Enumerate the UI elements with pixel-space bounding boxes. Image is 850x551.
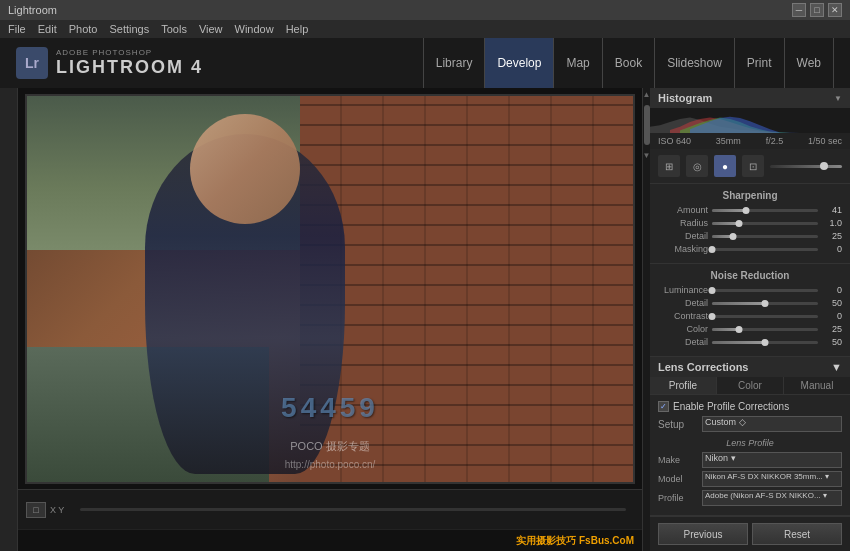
sharpening-section: Sharpening Amount 41 Radius — [650, 184, 850, 264]
previous-button[interactable]: Previous — [658, 523, 748, 545]
minimize-button[interactable]: ─ — [792, 3, 806, 17]
tab-slideshow[interactable]: Slideshow — [655, 38, 735, 88]
tab-book[interactable]: Book — [603, 38, 655, 88]
profile-select[interactable]: Adobe (Nikon AF-S DX NIKKO... ▾ — [702, 490, 842, 506]
title-bar: Lightroom ─ □ ✕ — [0, 0, 850, 20]
noise-section: Noise Reduction Luminance 0 Detail — [650, 264, 850, 357]
amount-value: 41 — [822, 205, 842, 215]
color-detail-thumb — [762, 339, 769, 346]
lens-tab-color[interactable]: Color — [717, 377, 784, 394]
enable-corrections-checkbox[interactable]: ✓ — [658, 401, 669, 412]
histogram-info: ISO 640 35mm f/2.5 1/50 sec — [650, 133, 850, 149]
profile-label: Profile — [658, 493, 698, 503]
amount-track[interactable] — [712, 209, 818, 212]
luminance-track[interactable] — [712, 289, 818, 292]
radius-row: Radius 1.0 — [658, 218, 842, 228]
reset-button[interactable]: Reset — [752, 523, 842, 545]
app-logo: Lr — [16, 47, 48, 79]
tool-row: ⊞ ◎ ● ⊡ — [650, 149, 850, 184]
filmstrip-scroll[interactable] — [80, 508, 626, 511]
footer-brand: 实用摄影技巧 FsBus.CoM — [516, 534, 634, 548]
view-icon[interactable]: □ — [26, 502, 46, 518]
histogram-area — [650, 108, 850, 133]
shutter-value: 1/50 sec — [808, 136, 842, 146]
tab-map[interactable]: Map — [554, 38, 602, 88]
bottom-toolbar: □ X Y — [18, 489, 642, 529]
model-select[interactable]: Nikon AF-S DX NIKKOR 35mm... ▾ — [702, 471, 842, 487]
noise-title: Noise Reduction — [658, 270, 842, 281]
contrast-row: Contrast 0 — [658, 311, 842, 321]
photo-image: 54459 POCO 摄影专题 http://photo.poco.cn/ — [25, 94, 635, 484]
amount-label: Amount — [658, 205, 708, 215]
enable-corrections-label: Enable Profile Corrections — [673, 401, 789, 412]
close-button[interactable]: ✕ — [828, 3, 842, 17]
adobe-label: ADOBE PHOTOSHOP — [56, 48, 203, 57]
menu-photo[interactable]: Photo — [69, 23, 98, 35]
lens-title: Lens Corrections — [658, 361, 748, 373]
maximize-button[interactable]: □ — [810, 3, 824, 17]
amount-row: Amount 41 — [658, 205, 842, 215]
tool-grid[interactable]: ⊞ — [658, 155, 680, 177]
menu-bar: File Edit Photo Settings Tools View Wind… — [0, 20, 850, 38]
model-row: Model Nikon AF-S DX NIKKOR 35mm... ▾ — [658, 471, 842, 487]
scroll-thumb[interactable] — [644, 105, 650, 145]
focal-value: 35mm — [716, 136, 741, 146]
menu-file[interactable]: File — [8, 23, 26, 35]
color-detail-track[interactable] — [712, 341, 818, 344]
setup-select[interactable]: Custom ◇ — [702, 416, 842, 432]
setup-label: Setup — [658, 419, 698, 430]
menu-window[interactable]: Window — [235, 23, 274, 35]
lens-tabs: Profile Color Manual — [650, 377, 850, 395]
iso-value: ISO 640 — [658, 136, 691, 146]
photo-view[interactable]: 54459 POCO 摄影专题 http://photo.poco.cn/ — [18, 88, 642, 489]
module-nav: Library Develop Map Book Slideshow Print… — [423, 38, 834, 88]
color-label: Color — [658, 324, 708, 334]
detail-sharp-track[interactable] — [712, 235, 818, 238]
tool-square[interactable]: ⊡ — [742, 155, 764, 177]
tab-develop[interactable]: Develop — [485, 38, 554, 88]
tab-web[interactable]: Web — [785, 38, 834, 88]
contrast-track[interactable] — [712, 315, 818, 318]
tool-circle[interactable]: ◎ — [686, 155, 708, 177]
color-thumb — [735, 326, 742, 333]
app-title: Lightroom — [8, 4, 57, 16]
photo-container: 54459 POCO 摄影专题 http://photo.poco.cn/ — [25, 94, 635, 484]
histogram-header[interactable]: Histogram ▼ — [650, 88, 850, 108]
menu-tools[interactable]: Tools — [161, 23, 187, 35]
tool-slider[interactable] — [770, 165, 842, 168]
detail-noise-track[interactable] — [712, 302, 818, 305]
contrast-label: Contrast — [658, 311, 708, 321]
photo-area: 54459 POCO 摄影专题 http://photo.poco.cn/ □ … — [18, 88, 642, 551]
sharpening-sliders: Sharpening Amount 41 Radius — [650, 184, 850, 263]
app-header: Lr ADOBE PHOTOSHOP LIGHTROOM 4 Library D… — [0, 38, 850, 88]
histogram-title: Histogram — [658, 92, 712, 104]
tab-library[interactable]: Library — [423, 38, 486, 88]
amount-thumb — [742, 207, 749, 214]
radius-track[interactable] — [712, 222, 818, 225]
masking-row: Masking 0 — [658, 244, 842, 254]
detail-noise-value: 50 — [822, 298, 842, 308]
radius-value: 1.0 — [822, 218, 842, 228]
window-controls: ─ □ ✕ — [792, 3, 842, 17]
menu-edit[interactable]: Edit — [38, 23, 57, 35]
color-detail-value: 50 — [822, 337, 842, 347]
color-row: Color 25 — [658, 324, 842, 334]
menu-view[interactable]: View — [199, 23, 223, 35]
detail-sharp-thumb — [730, 233, 737, 240]
tab-print[interactable]: Print — [735, 38, 785, 88]
color-track[interactable] — [712, 328, 818, 331]
masking-track[interactable] — [712, 248, 818, 251]
lens-header[interactable]: Lens Corrections ▼ — [650, 357, 850, 377]
luminance-thumb — [709, 287, 716, 294]
lens-tab-manual[interactable]: Manual — [784, 377, 850, 394]
color-detail-row: Detail 50 — [658, 337, 842, 347]
right-scrollbar[interactable]: ▲ ▼ — [642, 88, 650, 551]
lens-tab-profile[interactable]: Profile — [650, 377, 717, 394]
luminance-value: 0 — [822, 285, 842, 295]
noise-sliders: Noise Reduction Luminance 0 Detail — [650, 264, 850, 356]
detail-noise-thumb — [762, 300, 769, 307]
tool-dot[interactable]: ● — [714, 155, 736, 177]
make-select[interactable]: Nikon ▾ — [702, 452, 842, 468]
menu-help[interactable]: Help — [286, 23, 309, 35]
menu-settings[interactable]: Settings — [109, 23, 149, 35]
